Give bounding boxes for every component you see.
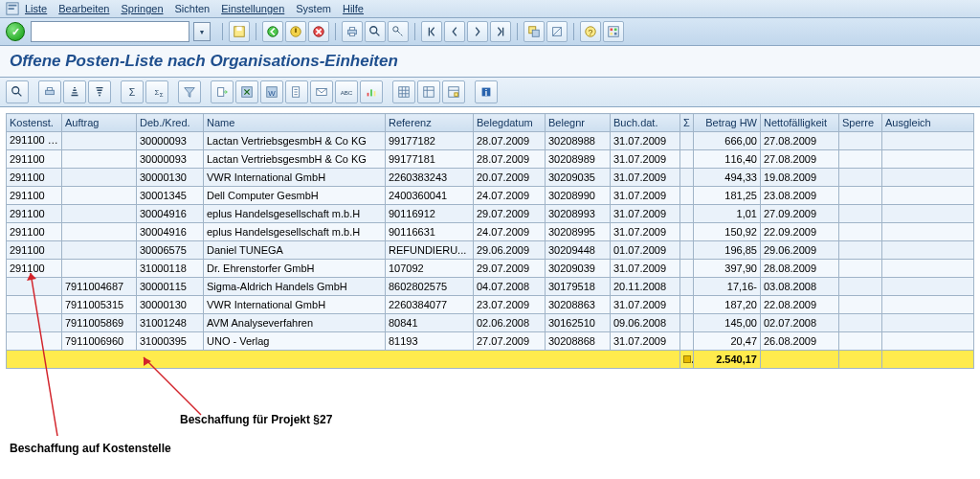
abc-button[interactable]: ABC [335, 80, 358, 103]
cell-belegnr[interactable]: 30208993 [546, 205, 611, 223]
cell-name[interactable]: Sigma-Aldrich Handels GmbH [204, 278, 386, 296]
cell-nettof[interactable]: 19.08.2009 [761, 169, 839, 187]
table-row[interactable]: 791100468730000115Sigma-Aldrich Handels … [7, 278, 974, 296]
cell-auftrag[interactable]: 7911005315 [62, 296, 137, 314]
cell-kostenst[interactable]: 291100 [7, 169, 62, 187]
cancel-button[interactable] [308, 21, 329, 42]
cell-belegdatum[interactable]: 28.07.2009 [474, 132, 546, 150]
sum-button[interactable]: Σ [121, 80, 144, 103]
table-row[interactable]: 29110030000093Lactan VertriebsgesmbH & C… [7, 150, 974, 169]
cell-buchdat[interactable]: 31.07.2009 [611, 169, 680, 187]
cell-buchdat[interactable]: 31.07.2009 [611, 332, 680, 351]
cell-sperre[interactable] [839, 205, 882, 223]
table-row[interactable]: 29110030000130VWR International GmbH2260… [7, 169, 974, 187]
cell-debkred[interactable]: 30004916 [137, 205, 204, 223]
menu-system[interactable]: System [296, 3, 331, 14]
menu-einstellungen[interactable]: Einstellungen [221, 3, 284, 14]
cell-belegnr[interactable]: 30208988 [546, 132, 611, 150]
cell-nettof[interactable]: 27.08.2009 [761, 132, 839, 150]
cell-belegdatum[interactable]: 04.07.2008 [474, 278, 546, 296]
table-row[interactable]: 29110030006575Daniel TUNEGAREFUNDIERU...… [7, 241, 974, 260]
cell-debkred[interactable]: 30006575 [137, 241, 204, 260]
cell-auftrag[interactable]: 7911005869 [62, 314, 137, 332]
col-sigma[interactable]: Σ [680, 114, 694, 132]
cell-betrag[interactable]: 1,01 [694, 205, 761, 223]
cell-name[interactable]: VWR International GmbH [204, 169, 386, 187]
col-sperre[interactable]: Sperre [839, 114, 882, 132]
cell-sperre[interactable] [839, 332, 882, 351]
find-next-button[interactable] [388, 21, 409, 42]
cell-referenz[interactable]: 90116631 [386, 223, 474, 241]
cell-nettof[interactable]: 26.08.2009 [761, 332, 839, 351]
cell-nettof[interactable]: 03.08.2008 [761, 278, 839, 296]
cell-name[interactable]: UNO - Verlag [204, 332, 386, 351]
cell-ausgleich[interactable] [882, 296, 974, 314]
cell-ausgleich[interactable] [882, 241, 974, 260]
cell-buchdat[interactable]: 31.07.2009 [611, 296, 680, 314]
cell-auftrag[interactable] [62, 187, 137, 205]
select-layout-button[interactable] [417, 80, 440, 103]
cell-referenz[interactable]: 8602802575 [386, 278, 474, 296]
cell-betrag[interactable]: 666,00 [694, 132, 761, 150]
cell-belegdatum[interactable]: 27.07.2009 [474, 332, 546, 351]
cell-buchdat[interactable]: 20.11.2008 [611, 278, 680, 296]
excel-button[interactable] [235, 80, 258, 103]
cell-referenz[interactable]: 2260383243 [386, 169, 474, 187]
mail-button[interactable] [310, 80, 333, 103]
cell-belegnr[interactable]: 30209039 [546, 260, 611, 278]
cell-name[interactable]: Lactan VertriebsgesmbH & Co KG [204, 132, 386, 150]
cell-referenz[interactable]: 99177182 [386, 132, 474, 150]
generate-shortcut-button[interactable] [546, 21, 568, 42]
enter-button[interactable]: ✓ [6, 22, 25, 41]
cell-belegnr[interactable]: 30208995 [546, 223, 611, 241]
sort-asc-button[interactable] [63, 80, 86, 103]
filter-button[interactable] [178, 80, 201, 103]
col-debkred[interactable]: Deb./Kred. [137, 114, 204, 132]
cell-belegnr[interactable]: 30179518 [546, 278, 611, 296]
f4-handle-icon[interactable] [50, 136, 61, 148]
cell-auftrag[interactable]: 7911004687 [62, 278, 137, 296]
help-button[interactable]: ? [580, 21, 601, 42]
cell-name[interactable]: Dell Computer GesmbH [204, 187, 386, 205]
cell-kostenst[interactable]: 291100 [7, 241, 62, 260]
cell-nettof[interactable]: 23.08.2009 [761, 187, 839, 205]
cell-belegdatum[interactable]: 29.06.2009 [474, 241, 546, 260]
cell-name[interactable]: VWR International GmbH [204, 296, 386, 314]
table-row[interactable]: 29110030004916eplus Handelsgesellschaft … [7, 205, 974, 223]
cell-betrag[interactable]: 196,85 [694, 241, 761, 260]
new-session-button[interactable] [523, 21, 545, 42]
cell-buchdat[interactable]: 31.07.2009 [611, 260, 680, 278]
cell-nettof[interactable]: 02.07.2008 [761, 314, 839, 332]
cell-belegdatum[interactable]: 29.07.2009 [474, 260, 546, 278]
menu-springen[interactable]: Springen [121, 3, 163, 14]
change-layout-button[interactable] [392, 80, 415, 103]
cell-name[interactable]: Daniel TUNEGA [204, 241, 386, 260]
table-row[interactable]: 291100 30000093Lactan VertriebsgesmbH & … [7, 132, 974, 150]
cell-referenz[interactable]: 107092 [386, 260, 474, 278]
cell-kostenst[interactable] [7, 332, 62, 351]
cell-auftrag[interactable] [62, 241, 137, 260]
cell-belegdatum[interactable]: 23.07.2009 [474, 296, 546, 314]
first-page-button[interactable] [421, 21, 442, 42]
cell-buchdat[interactable]: 31.07.2009 [611, 150, 680, 169]
cell-ausgleich[interactable] [882, 132, 974, 150]
cell-auftrag[interactable]: 7911006960 [62, 332, 137, 351]
print-button[interactable] [342, 21, 363, 42]
col-referenz[interactable]: Referenz [386, 114, 474, 132]
col-auftrag[interactable]: Auftrag [62, 114, 137, 132]
cell-belegnr[interactable]: 30208863 [546, 296, 611, 314]
cell-debkred[interactable]: 30000093 [137, 132, 204, 150]
cell-debkred[interactable]: 30000130 [137, 169, 204, 187]
cell-ausgleich[interactable] [882, 223, 974, 241]
subtotal-button[interactable]: ΣΣ [145, 80, 168, 103]
cell-sperre[interactable] [839, 296, 882, 314]
cell-nettof[interactable]: 28.08.2009 [761, 260, 839, 278]
cell-buchdat[interactable]: 09.06.2008 [611, 314, 680, 332]
cell-kostenst[interactable]: 291100 [7, 132, 62, 150]
cell-auftrag[interactable] [62, 205, 137, 223]
col-ausgleich[interactable]: Ausgleich [882, 114, 974, 132]
col-belegnr[interactable]: Belegnr [546, 114, 611, 132]
cell-belegnr[interactable]: 30208990 [546, 187, 611, 205]
cell-debkred[interactable]: 30001345 [137, 187, 204, 205]
cell-kostenst[interactable]: 291100 [7, 150, 62, 169]
